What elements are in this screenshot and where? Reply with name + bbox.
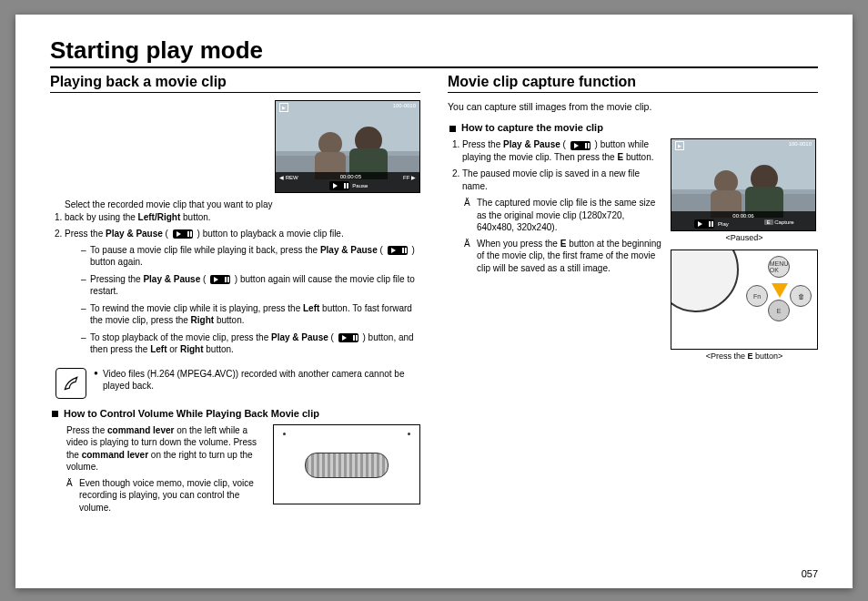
trash-button-icon: 🗑 <box>790 285 812 307</box>
e-key-icon: E <box>764 219 773 225</box>
left-column: Playing back a movie clip ▶ 100-0010 <box>50 74 420 517</box>
page-title: Starting play mode <box>50 36 818 68</box>
playback-screenshot: ▶ 100-0010 ◀ REW 00:00:05 FF ▶ <box>275 100 420 193</box>
capture-label: Capture <box>774 219 793 225</box>
manual-page: Starting play mode Playing back a movie … <box>15 15 853 588</box>
right-column: Movie clip capture function You can capt… <box>448 74 818 517</box>
paused-screenshot: ▶ 100-0010 00:00:06 <box>671 138 816 231</box>
play-pause-icon <box>329 181 349 190</box>
section-heading-playback: Playing back a movie clip <box>50 74 420 93</box>
play-label: Play <box>718 221 729 227</box>
play-pause-icon <box>210 275 230 284</box>
capture-steps: Press the Play & Pause ( ) button while … <box>462 138 671 192</box>
capture-subheading: How to capture the movie clip <box>449 122 818 133</box>
size-note: The captured movie clip file is the same… <box>464 197 686 234</box>
fn-button-icon: Fn <box>746 285 768 307</box>
right-figures: ▶ 100-0010 00:00:06 <box>671 138 818 361</box>
camera-back-figure: MENUOK Fn 🗑 E <box>671 250 818 350</box>
restart-note: Pressing the Play & Pause ( ) button aga… <box>81 273 420 298</box>
play-pause-icon <box>570 141 590 150</box>
pause-label: Pause <box>352 183 368 188</box>
screen-top-bar: ▶ 100-0010 <box>279 103 416 112</box>
play-pause-icon <box>388 246 408 255</box>
screen-bottom-bar: ◀ REW 00:00:05 FF ▶ Pause <box>276 172 419 192</box>
note-icon <box>56 368 86 399</box>
codec-note: Video files (H.264 (MPEG4.AVC)) recorded… <box>56 368 420 399</box>
arrow-down-icon <box>772 283 788 298</box>
first-frame-note: When you press the E button at the begin… <box>464 238 686 275</box>
file-counter: 100-0010 <box>789 141 812 150</box>
caption-press-e: <Press the E button> <box>671 351 818 361</box>
capture-step-2: The paused movie clip is saved in a new … <box>462 168 671 192</box>
e-button-icon: E <box>768 300 790 321</box>
elapsed-time: 00:00:06 <box>732 213 753 219</box>
menu-ok-button-icon: MENUOK <box>768 256 790 278</box>
columns: Playing back a movie clip ▶ 100-0010 <box>50 74 818 517</box>
capture-step-1: Press the Play & Pause ( ) button while … <box>462 138 671 163</box>
file-counter: 100-0010 <box>393 103 416 112</box>
pause-note: To pause a movie clip file while playing… <box>81 244 420 269</box>
note-text: Video files (H.264 (MPEG4.AVC)) recorded… <box>94 368 420 392</box>
play-mode-icon: ▶ <box>279 103 288 112</box>
step-2: Press the Play & Pause ( ) button to pla… <box>65 228 420 356</box>
caption-paused: <Paused> <box>671 233 818 242</box>
stop-note: To stop playback of the movie clip, pres… <box>81 331 420 356</box>
volume-star: Even though voice memo, movie clip, voic… <box>66 477 420 514</box>
volume-text: Press the command lever on the left whil… <box>66 424 276 474</box>
rew-label: ◀ REW <box>279 174 298 180</box>
volume-heading: How to Control Volume While Playing Back… <box>52 408 420 419</box>
page-number: 057 <box>802 568 818 579</box>
rewind-note: To rewind the movie clip while it is pla… <box>81 302 420 327</box>
ff-label: FF ▶ <box>403 174 416 180</box>
capture-intro: You can capture still images from the mo… <box>448 100 818 113</box>
play-pause-icon <box>173 229 193 239</box>
play-mode-icon: ▶ <box>675 141 684 150</box>
section-heading-capture: Movie clip capture function <box>448 74 818 93</box>
play-pause-icon <box>338 333 358 342</box>
play-pause-icon <box>694 219 714 229</box>
elapsed-time: 00:00:05 <box>340 174 361 180</box>
command-lever-icon <box>305 453 389 478</box>
